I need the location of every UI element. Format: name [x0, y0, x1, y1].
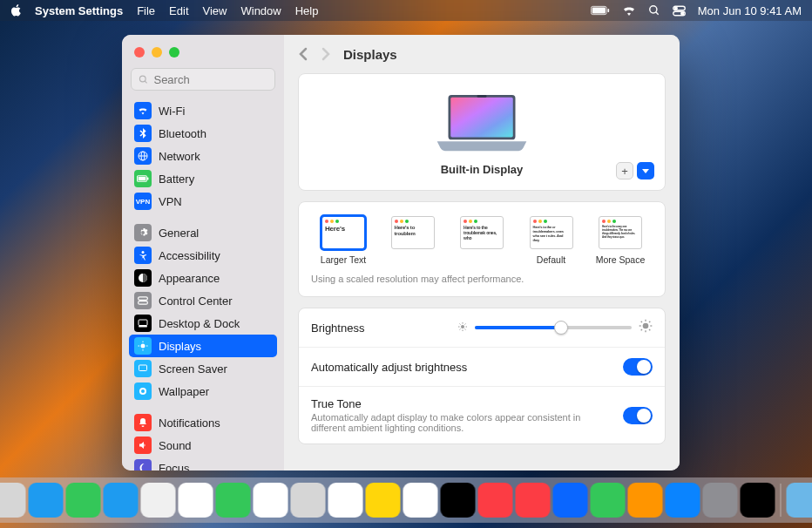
resolution-option-1[interactable]: Here's to troublem — [381, 216, 445, 265]
brightness-slider[interactable] — [475, 326, 632, 329]
svg-point-35 — [461, 325, 464, 328]
display-options-dropdown[interactable] — [637, 162, 654, 179]
sidebar-item-appearance[interactable]: Appearance — [129, 267, 277, 289]
clock[interactable]: Mon Jun 10 9:41 AM — [698, 4, 802, 17]
svg-rect-15 — [139, 177, 146, 180]
laptop-icon — [434, 93, 530, 154]
search-input[interactable] — [153, 73, 267, 86]
appr-icon — [134, 269, 152, 287]
svg-rect-16 — [147, 177, 149, 179]
toolbar: Displays — [284, 35, 680, 73]
dock-app-mail[interactable] — [104, 483, 139, 518]
menu-bar: System Settings File Edit View Window He… — [0, 0, 812, 21]
menu-help[interactable]: Help — [295, 4, 319, 17]
svg-rect-32 — [450, 98, 513, 138]
resolution-option-2[interactable]: Here's to the troublemak ones, who — [450, 216, 514, 265]
sidebar-item-focus[interactable]: Focus — [129, 457, 277, 470]
search-icon — [139, 74, 148, 85]
dock-app-notes[interactable] — [366, 483, 401, 518]
ss-icon — [134, 360, 152, 377]
auto-brightness-toggle[interactable] — [623, 358, 653, 376]
dock-app-music[interactable] — [478, 483, 513, 518]
truetone-toggle[interactable] — [623, 407, 653, 424]
battery-status-icon[interactable] — [591, 5, 610, 16]
svg-point-30 — [141, 389, 145, 393]
dock-app-pages[interactable] — [628, 483, 663, 518]
resolution-label: More Space — [596, 254, 646, 265]
bt-icon — [134, 125, 152, 142]
close-button[interactable] — [134, 47, 145, 58]
app-menu[interactable]: System Settings — [35, 4, 123, 17]
sidebar-item-desktop-dock[interactable]: Desktop & Dock — [129, 312, 277, 335]
svg-line-40 — [460, 324, 461, 325]
dock-separator — [781, 484, 782, 517]
forward-button[interactable] — [321, 47, 331, 61]
display-device-card: Built-in Display + — [298, 73, 666, 191]
dock-app-iphone-mirror[interactable] — [741, 483, 775, 518]
dock-app-settings[interactable] — [703, 483, 738, 518]
resolution-thumb: Here's to the crazy one troublemakers. T… — [599, 216, 642, 249]
dock-app-keynote[interactable] — [553, 483, 588, 518]
dock-app-news[interactable] — [516, 483, 551, 518]
sidebar-item-notifications[interactable]: Notifications — [129, 411, 277, 434]
dock-app-photos[interactable] — [179, 483, 213, 518]
dock-app-safari[interactable] — [29, 483, 64, 518]
dock-app-contacts[interactable] — [291, 483, 326, 518]
sidebar: Wi-FiBluetoothNetworkBatteryVPNVPNGenera… — [122, 35, 284, 470]
dock-icon — [134, 315, 152, 332]
resolution-option-4[interactable]: Here's to the crazy one troublemakers. T… — [588, 216, 653, 265]
zoom-button[interactable] — [169, 47, 179, 58]
sidebar-item-general[interactable]: General — [129, 221, 277, 244]
sidebar-item-label: General — [159, 227, 199, 240]
dock-app-messages[interactable] — [66, 483, 101, 518]
apple-menu-icon[interactable] — [10, 4, 23, 17]
dock-app-numbers[interactable] — [591, 483, 626, 518]
resolution-option-3[interactable]: Here's to the cr troublemakers. ones who… — [519, 216, 584, 265]
sidebar-item-label: Notifications — [159, 416, 220, 430]
menu-file[interactable]: File — [137, 4, 155, 17]
dock-app-freeform[interactable] — [403, 483, 438, 518]
dock-app-reminders[interactable] — [328, 483, 363, 518]
svg-point-7 — [674, 7, 677, 10]
dock-app-calendar[interactable] — [254, 483, 288, 518]
minimize-button[interactable] — [152, 47, 162, 58]
back-button[interactable] — [298, 47, 308, 61]
sidebar-item-network[interactable]: Network — [129, 145, 277, 167]
dock-downloads[interactable] — [787, 483, 813, 518]
wifi-icon — [134, 102, 152, 119]
svg-point-23 — [141, 344, 145, 349]
cc-icon — [134, 292, 152, 309]
resolution-option-0[interactable]: Here'sLarger Text — [311, 216, 376, 265]
sidebar-item-accessibility[interactable]: Accessibility — [129, 244, 277, 267]
menu-edit[interactable]: Edit — [169, 4, 188, 17]
menu-view[interactable]: View — [203, 4, 227, 17]
svg-point-17 — [142, 251, 145, 254]
menu-window[interactable]: Window — [240, 4, 281, 17]
svg-point-44 — [643, 323, 649, 329]
svg-line-4 — [656, 12, 659, 15]
wifi-status-icon[interactable] — [622, 5, 636, 16]
sidebar-item-wi-fi[interactable]: Wi-Fi — [129, 99, 277, 122]
sidebar-item-sound[interactable]: Sound — [129, 434, 277, 457]
dock-app-appstore[interactable] — [666, 483, 700, 518]
sidebar-item-vpn[interactable]: VPNVPN — [129, 190, 277, 213]
sidebar-item-label: Accessibility — [159, 249, 220, 262]
add-display-button[interactable]: + — [616, 162, 633, 179]
sun-min-icon — [457, 320, 468, 335]
dock-app-launchpad[interactable] — [0, 483, 26, 518]
sidebar-item-battery[interactable]: Battery — [129, 167, 277, 190]
sidebar-item-label: Displays — [159, 340, 201, 353]
spotlight-icon[interactable] — [648, 4, 660, 17]
dock-app-facetime[interactable] — [216, 483, 251, 518]
control-center-icon[interactable] — [673, 5, 686, 17]
sidebar-item-displays[interactable]: Displays — [129, 335, 277, 357]
dock-app-maps[interactable] — [141, 483, 176, 518]
sidebar-item-bluetooth[interactable]: Bluetooth — [129, 122, 277, 145]
sidebar-item-label: Bluetooth — [159, 127, 206, 140]
sidebar-item-screen-saver[interactable]: Screen Saver — [129, 357, 277, 380]
dock-app-tv[interactable] — [441, 483, 476, 518]
search-field[interactable] — [131, 68, 275, 91]
sidebar-item-wallpaper[interactable]: Wallpaper — [129, 380, 277, 403]
sidebar-item-control-center[interactable]: Control Center — [129, 289, 277, 312]
sidebar-item-label: Battery — [159, 173, 194, 186]
